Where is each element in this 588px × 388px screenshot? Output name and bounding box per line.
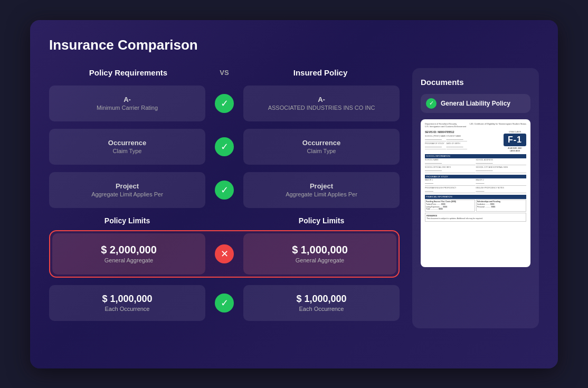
insured-general-aggregate-amount: $ 1,000,000 xyxy=(292,244,348,256)
req-aggregate-limit-cell: Project Aggregate Limit Applies Per xyxy=(49,172,205,208)
carrier-rating-check-icon: ✓ xyxy=(215,94,234,113)
claim-type-check-icon: ✓ xyxy=(215,137,234,156)
each-occurrence-icon-col: ✓ xyxy=(205,294,243,313)
insured-aggregate-label: Project xyxy=(310,182,333,190)
insured-each-occurrence-sub: Each Occurrence xyxy=(299,306,344,312)
req-carrier-rating-cell: A- Minimum Carrier Rating xyxy=(49,86,205,121)
req-aggregate-sub: Aggregate Limit Applies Per xyxy=(91,191,163,197)
insured-claim-type-cell: Occurrence Claim Type xyxy=(243,129,400,165)
general-aggregate-x-icon: ✕ xyxy=(215,244,234,263)
insured-aggregate-sub: Aggregate Limit Applies Per xyxy=(286,191,357,197)
column-headers: Policy Requirements VS Insured Policy xyxy=(49,68,400,77)
carrier-rating-icon-col: ✓ xyxy=(205,94,243,113)
row-general-aggregate: $ 2,000,000 General Aggregate ✕ $ 1,000,… xyxy=(52,233,396,275)
doc-check-icon: ✓ xyxy=(426,98,437,109)
insured-general-aggregate-sub: General Aggregate xyxy=(296,257,344,263)
page-title: Insurance Comparison xyxy=(49,37,539,53)
highlight-general-aggregate-row: $ 2,000,000 General Aggregate ✕ $ 1,000,… xyxy=(49,230,400,278)
main-card: Insurance Comparison Policy Requirements… xyxy=(30,20,558,368)
req-aggregate-label: Project xyxy=(116,182,139,190)
insured-claim-sub: Claim Type xyxy=(307,148,336,154)
col-insured-header: Insured Policy xyxy=(243,68,397,77)
insured-each-occurrence-cell: $ 1,000,000 Each Occurrence xyxy=(243,285,400,321)
insured-carrier-rating-cell: A- ASSOCIATED INDUSTRIES INS CO INC xyxy=(243,86,400,121)
req-claim-type-cell: Occurrence Claim Type xyxy=(49,129,205,165)
insured-carrier-label: A- xyxy=(318,96,325,103)
req-each-occurrence-sub: Each Occurrence xyxy=(105,306,150,312)
req-claim-label: Occurrence xyxy=(108,139,146,147)
policy-limits-right-label: Policy Limits xyxy=(243,216,400,225)
req-general-aggregate-sub: General Aggregate xyxy=(105,257,153,263)
insured-general-aggregate-cell: $ 1,000,000 General Aggregate xyxy=(243,233,396,275)
aggregate-limit-check-icon: ✓ xyxy=(215,181,234,200)
req-each-occurrence-cell: $ 1,000,000 Each Occurrence xyxy=(49,285,205,321)
req-claim-sub: Claim Type xyxy=(113,148,142,154)
main-layout: Policy Requirements VS Insured Policy A-… xyxy=(49,68,539,328)
doc-preview-content: Department of Homeland SecurityU.S. Immi… xyxy=(421,119,530,267)
req-carrier-label: A- xyxy=(124,96,131,103)
col-vs-header: VS xyxy=(205,69,243,77)
insured-aggregate-limit-cell: Project Aggregate Limit Applies Per xyxy=(243,172,400,208)
insured-each-occurrence-amount: $ 1,000,000 xyxy=(296,294,346,305)
col-req-header: Policy Requirements xyxy=(51,68,205,77)
row-claim-type: Occurrence Claim Type ✓ Occurrence Claim… xyxy=(49,129,400,165)
row-carrier-rating: A- Minimum Carrier Rating ✓ A- ASSOCIATE… xyxy=(49,86,400,121)
policy-limits-left-label: Policy Limits xyxy=(49,216,205,225)
claim-type-icon-col: ✓ xyxy=(205,137,243,156)
each-occurrence-check-icon: ✓ xyxy=(215,294,234,313)
documents-title: Documents xyxy=(421,78,530,87)
section-label-gap xyxy=(205,216,243,225)
req-general-aggregate-cell: $ 2,000,000 General Aggregate xyxy=(52,233,205,275)
comparison-section: Policy Requirements VS Insured Policy A-… xyxy=(49,68,400,328)
req-carrier-sub: Minimum Carrier Rating xyxy=(97,105,158,111)
general-aggregate-icon-col: ✕ xyxy=(205,244,243,263)
row-aggregate-limit: Project Aggregate Limit Applies Per ✓ Pr… xyxy=(49,172,400,208)
aggregate-limit-icon-col: ✓ xyxy=(205,181,243,200)
insured-claim-label: Occurrence xyxy=(302,139,340,147)
doc-item-general-liability[interactable]: ✓ General Liability Policy xyxy=(421,94,530,113)
doc-preview-header: Department of Homeland SecurityU.S. Immi… xyxy=(425,122,526,128)
req-each-occurrence-amount: $ 1,000,000 xyxy=(102,294,152,305)
policy-limits-labels: Policy Limits Policy Limits xyxy=(49,216,400,225)
row-each-occurrence: $ 1,000,000 Each Occurrence ✓ $ 1,000,00… xyxy=(49,285,400,321)
insured-carrier-sub: ASSOCIATED INDUSTRIES INS CO INC xyxy=(268,105,375,111)
req-general-aggregate-amount: $ 2,000,000 xyxy=(101,244,157,256)
doc-preview: Department of Homeland SecurityU.S. Immi… xyxy=(421,119,530,267)
doc-label: General Liability Policy xyxy=(441,100,510,107)
documents-panel: Documents ✓ General Liability Policy Dep… xyxy=(412,68,539,328)
